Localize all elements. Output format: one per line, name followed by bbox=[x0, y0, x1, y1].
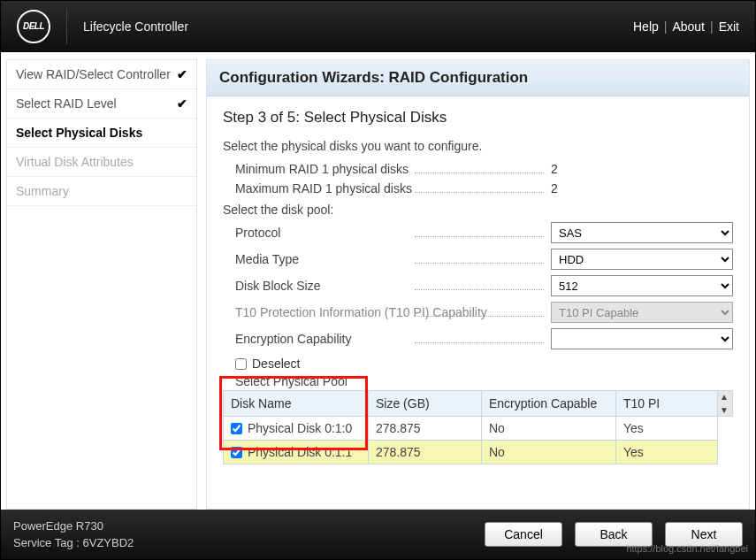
disk-name-text: Physical Disk 0:1:1 bbox=[248, 445, 352, 459]
scroll-down-icon[interactable]: ▼ bbox=[720, 405, 729, 415]
col-diskname[interactable]: Disk Name bbox=[224, 391, 369, 417]
sidebar-item-label: Virtual Disk Attributes bbox=[16, 155, 134, 169]
footer-bar: PowerEdge R730 Service Tag : 6VZYBD2 Can… bbox=[1, 510, 755, 559]
block-select[interactable]: 512 bbox=[551, 275, 733, 296]
cell-enc: No bbox=[482, 441, 616, 464]
dots bbox=[415, 236, 544, 237]
disk-name-text: Physical Disk 0:1:0 bbox=[248, 421, 352, 435]
col-t10[interactable]: T10 PI bbox=[616, 391, 718, 417]
footer-buttons: Cancel Back Next bbox=[485, 522, 743, 547]
back-button[interactable]: Back bbox=[575, 522, 653, 547]
table-row[interactable]: Physical Disk 0:1:1278.875NoYes bbox=[224, 441, 733, 464]
dell-logo-icon: DELL bbox=[17, 10, 50, 43]
protocol-select[interactable]: SAS bbox=[551, 222, 733, 243]
scroll-up-icon[interactable]: ▲ bbox=[720, 392, 729, 402]
dots bbox=[415, 173, 544, 173]
t10-label: T10 Protection Information (T10 PI) Capa… bbox=[235, 305, 408, 319]
disk-checkbox[interactable] bbox=[231, 423, 242, 434]
cell-diskname: Physical Disk 0:1:1 bbox=[224, 441, 369, 464]
physical-pool-label: Select Physical Pool bbox=[235, 374, 733, 388]
max-disks-row: Maximum RAID 1 physical disks 2 bbox=[235, 181, 733, 196]
protocol-row: Protocol SAS bbox=[235, 222, 733, 243]
divider: | bbox=[664, 19, 668, 34]
disk-table: Disk Name Size (GB) Encryption Capable T… bbox=[223, 390, 733, 464]
cell-diskname: Physical Disk 0:1:0 bbox=[224, 417, 369, 441]
dots bbox=[415, 263, 544, 264]
cancel-button[interactable]: Cancel bbox=[485, 522, 562, 547]
scrollbar[interactable]: ▲ ▼ bbox=[718, 391, 733, 417]
table-row[interactable]: Physical Disk 0:1:0278.875NoYes bbox=[224, 417, 733, 441]
about-link[interactable]: About bbox=[672, 19, 705, 34]
top-bar: DELL Lifecycle Controller Help | About |… bbox=[1, 1, 755, 52]
cell-t10: Yes bbox=[616, 417, 718, 441]
min-disks-value: 2 bbox=[551, 162, 733, 176]
t10-row: T10 Protection Information (T10 PI) Capa… bbox=[235, 302, 733, 323]
sidebar-item-summary: Summary bbox=[7, 177, 196, 206]
step-heading: Step 3 of 5: Select Physical Disks bbox=[223, 109, 733, 127]
dots bbox=[415, 289, 544, 290]
cell-t10: Yes bbox=[616, 441, 718, 464]
cell-enc: No bbox=[482, 417, 616, 441]
col-size[interactable]: Size (GB) bbox=[369, 391, 482, 417]
deselect-checkbox[interactable] bbox=[235, 358, 247, 370]
footer-info: PowerEdge R730 Service Tag : 6VZYBD2 bbox=[13, 518, 134, 552]
media-label: Media Type bbox=[235, 252, 408, 266]
model-label: PowerEdge R730 bbox=[13, 518, 134, 535]
enc-row: Encryption Capability bbox=[235, 328, 733, 349]
protocol-label: Protocol bbox=[235, 226, 408, 240]
dots bbox=[415, 192, 544, 193]
sidebar-item-virtual-disk: Virtual Disk Attributes bbox=[7, 148, 196, 177]
content-panel: Configuration Wizards: RAID Configuratio… bbox=[206, 59, 750, 510]
block-label: Disk Block Size bbox=[235, 279, 408, 293]
max-disks-label: Maximum RAID 1 physical disks bbox=[235, 181, 408, 196]
sidebar-item-label: View RAID/Select Controller bbox=[16, 67, 171, 81]
wizard-sidebar: View RAID/Select Controller ✔ Select RAI… bbox=[6, 59, 197, 510]
block-row: Disk Block Size 512 bbox=[235, 275, 733, 296]
media-row: Media Type HDD bbox=[235, 249, 733, 270]
dots bbox=[415, 342, 544, 343]
divider: | bbox=[710, 19, 714, 34]
sidebar-item-label: Summary bbox=[16, 184, 69, 198]
wizard-body: Step 3 of 5: Select Physical Disks Selec… bbox=[207, 96, 749, 477]
disk-checkbox[interactable] bbox=[231, 447, 242, 458]
deselect-label: Deselect bbox=[252, 357, 300, 371]
min-disks-label: Minimum RAID 1 physical disks bbox=[235, 162, 408, 176]
max-disks-value: 2 bbox=[551, 181, 733, 196]
min-disks-row: Minimum RAID 1 physical disks 2 bbox=[235, 162, 733, 176]
media-select[interactable]: HDD bbox=[551, 249, 733, 270]
table-header-row: Disk Name Size (GB) Encryption Capable T… bbox=[224, 391, 733, 417]
disk-table-wrap: Disk Name Size (GB) Encryption Capable T… bbox=[223, 390, 733, 464]
check-icon: ✔ bbox=[177, 67, 187, 81]
disk-pool-header: Select the disk pool: bbox=[223, 203, 733, 217]
enc-select[interactable] bbox=[551, 328, 733, 349]
wizard-title: Configuration Wizards: RAID Configuratio… bbox=[207, 60, 749, 96]
enc-label: Encryption Capability bbox=[235, 332, 408, 346]
deselect-row: Deselect bbox=[235, 357, 733, 371]
sidebar-item-view-raid[interactable]: View RAID/Select Controller ✔ bbox=[7, 60, 196, 89]
instruction-text: Select the physical disks you want to co… bbox=[223, 139, 733, 153]
help-link[interactable]: Help bbox=[633, 19, 659, 34]
check-icon: ✔ bbox=[177, 96, 187, 111]
sidebar-item-label: Select Physical Disks bbox=[16, 126, 142, 140]
dots bbox=[415, 316, 544, 317]
col-enc[interactable]: Encryption Capable bbox=[482, 391, 616, 417]
sidebar-item-label: Select RAID Level bbox=[16, 96, 117, 111]
product-name: Lifecycle Controller bbox=[83, 19, 188, 34]
main-wrap: View RAID/Select Controller ✔ Select RAI… bbox=[6, 59, 750, 510]
exit-link[interactable]: Exit bbox=[719, 19, 739, 34]
sidebar-item-physical-disks[interactable]: Select Physical Disks bbox=[7, 119, 196, 148]
next-button[interactable]: Next bbox=[665, 522, 743, 547]
cell-size: 278.875 bbox=[369, 441, 482, 464]
cell-size: 278.875 bbox=[369, 417, 482, 441]
service-tag: Service Tag : 6VZYBD2 bbox=[13, 534, 134, 552]
divider bbox=[66, 9, 67, 44]
t10-select: T10 PI Capable bbox=[551, 302, 733, 323]
sidebar-item-raid-level[interactable]: Select RAID Level ✔ bbox=[7, 89, 196, 119]
top-links: Help | About | Exit bbox=[633, 19, 739, 34]
